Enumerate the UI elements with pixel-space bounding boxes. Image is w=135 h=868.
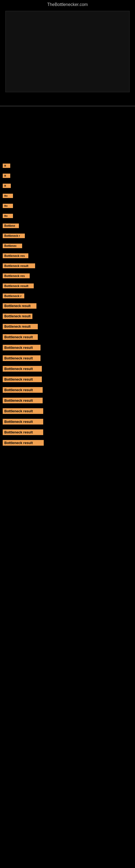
bottleneck-label: Bo [3, 194, 13, 198]
bottleneck-label: Bottleneck result [3, 264, 35, 268]
result-row: Bottleneck result [1, 408, 134, 414]
result-row: Bottleneck result [1, 440, 134, 446]
bottleneck-label: B [3, 174, 10, 178]
result-row: Bottleneck result [1, 429, 134, 435]
bottleneck-label: Bottlene [3, 223, 19, 228]
bottleneck-label: Bottleneck result [3, 398, 43, 403]
result-row: Bottleneck result [1, 283, 134, 288]
result-row: B [1, 163, 134, 168]
site-title-bar: TheBottlenecker.com [0, 0, 135, 8]
bottleneck-label: Bottleneck result [3, 324, 38, 329]
bottleneck-label: B [3, 163, 10, 168]
bottleneck-label: Bottleneck result [3, 429, 43, 435]
bottleneck-label: Bottleneck result [3, 366, 42, 372]
result-row: Bottlene [1, 223, 134, 228]
bottleneck-label: Bottleneck result [3, 334, 38, 340]
result-row: Bottleneck result [1, 345, 134, 350]
bottleneck-label: Bottleneck res [3, 253, 28, 258]
chart-area [0, 11, 135, 103]
bottleneck-label: Bottlenec [3, 244, 22, 248]
chart-inner [5, 11, 130, 92]
result-row: Bottleneck result [1, 303, 134, 309]
bottleneck-label: Bo [3, 214, 13, 218]
bottleneck-label: Bottleneck result [3, 440, 44, 446]
bottleneck-label: Bottleneck result [3, 355, 41, 361]
bottleneck-label: Bottleneck result [3, 303, 37, 309]
bottleneck-label: Bottleneck result [3, 387, 43, 393]
bottleneck-label: Bottleneck res [3, 273, 30, 278]
result-row: Bottleneck res [1, 253, 134, 258]
result-row: Bottleneck result [1, 334, 134, 340]
bottleneck-label: Bottleneck result [3, 419, 43, 425]
results-section: B B B Bo Bo Bo Bottlene Bottleneck r Bot… [0, 160, 135, 453]
result-row: Bottlenec [1, 243, 134, 248]
bottleneck-label: Bottleneck r [3, 234, 25, 238]
bottleneck-label: Bottleneck result [3, 376, 42, 382]
result-row: Bo [1, 213, 134, 218]
result-row: Bottleneck result [1, 376, 134, 382]
bottleneck-label: B [3, 184, 11, 188]
result-row: Bottleneck r [1, 293, 134, 299]
result-row: B [1, 183, 134, 188]
result-row: B [1, 173, 134, 178]
site-title: TheBottlenecker.com [0, 0, 135, 8]
result-row: Bottleneck result [1, 398, 134, 403]
bottleneck-label: Bottleneck result [3, 408, 43, 414]
result-row: Bottleneck result [1, 355, 134, 361]
result-row: Bottleneck result [1, 387, 134, 393]
result-row: Bottleneck result [1, 366, 134, 372]
bottleneck-label: Bottleneck result [3, 345, 41, 350]
result-row: Bottleneck result [1, 263, 134, 268]
secondary-chart [0, 106, 135, 160]
result-row: Bo [1, 203, 134, 208]
bottleneck-label: Bo [3, 204, 13, 208]
result-row: Bottleneck r [1, 233, 134, 238]
result-row: Bottleneck result [1, 419, 134, 425]
result-row: Bottleneck result [1, 324, 134, 329]
bottleneck-label: Bottleneck r [3, 293, 24, 299]
result-row: Bottleneck result [1, 314, 134, 319]
bottleneck-label: Bottleneck result [3, 283, 34, 288]
bottleneck-label: Bottleneck result [3, 314, 32, 319]
result-row: Bo [1, 193, 134, 198]
result-row: Bottleneck res [1, 273, 134, 278]
